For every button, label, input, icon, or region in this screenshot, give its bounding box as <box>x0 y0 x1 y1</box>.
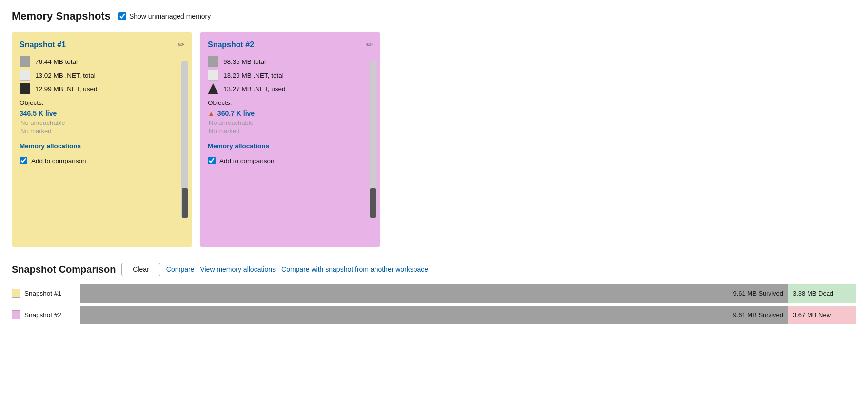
comp-bar-container: 9.61 MB Survived 3.38 MB Dead <box>80 284 856 303</box>
clear-button[interactable]: Clear <box>121 263 160 276</box>
survived-label: 9.61 MB Survived <box>733 311 783 319</box>
comp-bar-container: 9.61 MB Survived 3.67 MB New <box>80 306 856 324</box>
live-arrow-icon: ▲ <box>208 109 215 117</box>
show-unmanaged-label[interactable]: Show unmanaged memory <box>118 12 211 20</box>
snapshots-container: Snapshot #1 ✏ 76.44 MB total 13.02 MB .N… <box>12 32 856 247</box>
view-memory-allocations-link[interactable]: View memory allocations <box>200 266 276 273</box>
memory-allocations-link[interactable]: Memory allocations <box>20 143 184 150</box>
live-count: 346.5 K live <box>20 109 184 117</box>
comp-bar-right: 3.38 MB Dead <box>788 284 856 303</box>
net-total-row: 13.29 MB .NET, total <box>208 70 373 81</box>
net-total-row: 13.02 MB .NET, total <box>20 70 184 81</box>
page-header: Memory Snapshots Show unmanaged memory <box>12 10 856 22</box>
net-total-label: 13.02 MB .NET, total <box>35 72 96 79</box>
net-used-icon <box>20 83 30 94</box>
snapshot-title: Snapshot #2 <box>208 41 254 49</box>
objects-label: Objects: <box>208 99 373 106</box>
edit-icon[interactable]: ✏ <box>366 40 373 49</box>
add-comparison-label[interactable]: Add to comparison <box>208 157 373 164</box>
comparison-row-1: Snapshot #1 9.61 MB Survived 3.38 MB Dea… <box>12 284 856 303</box>
edit-icon[interactable]: ✏ <box>178 40 184 49</box>
card-scrollbar[interactable] <box>181 61 188 218</box>
comparison-title: Snapshot Comparison <box>12 264 116 275</box>
comp-snap-name: Snapshot #1 <box>24 290 61 297</box>
snapshot-title: Snapshot #1 <box>20 41 66 49</box>
comp-snap-name: Snapshot #2 <box>24 311 61 319</box>
net-used-row: 12.99 MB .NET, used <box>20 83 184 94</box>
snapshot-card-2: Snapshot #2 ✏ 98.35 MB total 13.29 MB .N… <box>200 32 380 247</box>
survived-label: 9.61 MB Survived <box>733 290 783 297</box>
right-label: 3.38 MB Dead <box>793 290 833 297</box>
net-used-label: 12.99 MB .NET, used <box>35 85 98 93</box>
comp-color-box <box>12 289 20 298</box>
add-comparison-checkbox[interactable] <box>20 157 27 164</box>
card-scrollbar[interactable] <box>370 61 376 218</box>
add-comparison-checkbox[interactable] <box>208 157 216 164</box>
page-title: Memory Snapshots <box>12 10 111 22</box>
comparison-rows: Snapshot #1 9.61 MB Survived 3.38 MB Dea… <box>12 284 856 324</box>
add-comparison-text: Add to comparison <box>219 157 275 164</box>
snapshot-card-1: Snapshot #1 ✏ 76.44 MB total 13.02 MB .N… <box>12 32 192 247</box>
compare-workspace-link[interactable]: Compare with snapshot from another works… <box>281 266 428 273</box>
card-scrollbar-thumb <box>370 188 376 218</box>
comp-bar-survived: 9.61 MB Survived <box>80 306 788 324</box>
total-mem-icon <box>208 56 218 67</box>
comp-label-cell: Snapshot #1 <box>12 289 80 298</box>
net-used-row: 13.27 MB .NET, used <box>208 83 373 94</box>
net-total-icon <box>208 70 218 81</box>
net-used-arrow-icon <box>208 83 218 94</box>
show-unmanaged-checkbox[interactable] <box>118 12 126 20</box>
total-mem-icon <box>20 56 30 67</box>
comparison-header: Snapshot Comparison Clear Compare View m… <box>12 263 856 276</box>
live-count-value: 346.5 K live <box>20 109 57 117</box>
total-mem-label: 76.44 MB total <box>35 58 78 65</box>
comp-bar-survived: 9.61 MB Survived <box>80 284 788 303</box>
live-count-value: 360.7 K live <box>217 109 255 117</box>
total-mem-row: 98.35 MB total <box>208 56 373 67</box>
right-label: 3.67 MB New <box>793 311 831 319</box>
add-comparison-text: Add to comparison <box>31 157 86 164</box>
unreachable-label: No unreachable <box>20 119 184 126</box>
memory-allocations-link[interactable]: Memory allocations <box>208 143 373 150</box>
comp-color-box <box>12 310 20 319</box>
snapshot-header: Snapshot #2 ✏ <box>208 40 373 49</box>
comp-label-cell: Snapshot #2 <box>12 310 80 319</box>
marked-label: No marked <box>208 127 373 135</box>
total-mem-row: 76.44 MB total <box>20 56 184 67</box>
comparison-row-2: Snapshot #2 9.61 MB Survived 3.67 MB New <box>12 306 856 324</box>
show-unmanaged-text: Show unmanaged memory <box>129 12 211 20</box>
objects-label: Objects: <box>20 99 184 106</box>
net-total-icon <box>20 70 30 81</box>
add-comparison-label[interactable]: Add to comparison <box>20 157 184 164</box>
compare-link[interactable]: Compare <box>166 266 195 273</box>
unreachable-label: No unreachable <box>208 119 373 126</box>
comp-bar-right: 3.67 MB New <box>788 306 856 324</box>
marked-label: No marked <box>20 127 184 135</box>
card-scrollbar-thumb <box>182 188 188 218</box>
net-used-label: 13.27 MB .NET, used <box>223 85 286 93</box>
live-count: ▲ 360.7 K live <box>208 109 373 117</box>
snapshot-header: Snapshot #1 ✏ <box>20 40 184 49</box>
total-mem-label: 98.35 MB total <box>223 58 266 65</box>
comparison-section: Snapshot Comparison Clear Compare View m… <box>12 263 856 324</box>
net-total-label: 13.29 MB .NET, total <box>223 72 284 79</box>
